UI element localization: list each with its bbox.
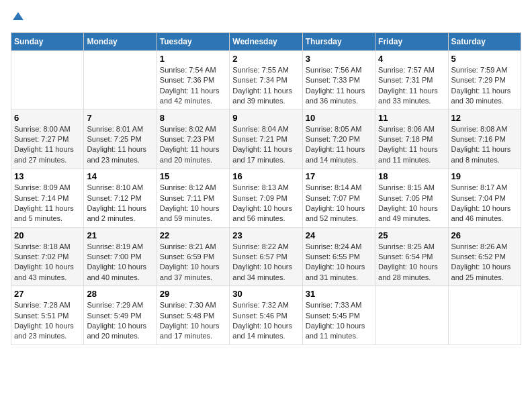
daylight-text: Daylight: 11 hours and 5 minutes.: [14, 204, 74, 222]
day-info: Sunrise: 8:17 AM Sunset: 7:04 PM Dayligh…: [451, 183, 518, 224]
calendar-cell: 10 Sunrise: 8:05 AM Sunset: 7:20 PM Dayl…: [302, 109, 375, 169]
day-number: 4: [378, 54, 445, 64]
daylight-text: Daylight: 10 hours and 14 minutes.: [232, 322, 292, 340]
sunset-text: Sunset: 7:36 PM: [160, 76, 214, 84]
daylight-text: Daylight: 11 hours and 23 minutes.: [87, 145, 146, 163]
sunrise-text: Sunrise: 8:05 AM: [306, 125, 362, 133]
daylight-text: Daylight: 11 hours and 2 minutes.: [87, 204, 146, 222]
day-info: Sunrise: 8:10 AM Sunset: 7:12 PM Dayligh…: [87, 183, 153, 224]
sunset-text: Sunset: 5:48 PM: [160, 312, 214, 320]
sunrise-text: Sunrise: 8:04 AM: [232, 125, 289, 133]
day-info: Sunrise: 8:00 AM Sunset: 7:27 PM Dayligh…: [14, 124, 81, 166]
sunrise-text: Sunrise: 8:21 AM: [160, 242, 216, 250]
calendar-cell: 13 Sunrise: 8:09 AM Sunset: 7:14 PM Dayl…: [11, 169, 84, 228]
sunset-text: Sunset: 7:00 PM: [87, 253, 141, 261]
daylight-text: Daylight: 10 hours and 59 minutes.: [160, 204, 220, 222]
day-number: 17: [306, 171, 372, 181]
day-number: 11: [378, 113, 445, 123]
weekday-header-tuesday: Tuesday: [157, 33, 229, 51]
day-number: 26: [451, 230, 518, 240]
sunrise-text: Sunrise: 8:13 AM: [232, 183, 289, 191]
day-number: 25: [378, 230, 445, 240]
day-info: Sunrise: 7:30 AM Sunset: 5:48 PM Dayligh…: [160, 300, 226, 342]
sunrise-text: Sunrise: 8:19 AM: [87, 242, 143, 250]
day-number: 10: [306, 113, 372, 123]
sunset-text: Sunset: 7:16 PM: [451, 135, 506, 143]
sunrise-text: Sunrise: 7:55 AM: [232, 66, 289, 74]
day-number: 19: [451, 171, 518, 181]
daylight-text: Daylight: 10 hours and 56 minutes.: [232, 204, 292, 222]
calendar-cell: 29 Sunrise: 7:30 AM Sunset: 5:48 PM Dayl…: [157, 286, 229, 345]
day-number: 22: [160, 230, 226, 240]
daylight-text: Daylight: 10 hours and 34 minutes.: [232, 263, 292, 281]
calendar-cell: 14 Sunrise: 8:10 AM Sunset: 7:12 PM Dayl…: [84, 169, 157, 228]
sunrise-text: Sunrise: 8:06 AM: [378, 125, 435, 133]
page-header: [11, 11, 521, 24]
sunset-text: Sunset: 7:27 PM: [14, 135, 69, 143]
sunset-text: Sunset: 6:55 PM: [306, 253, 360, 261]
sunrise-text: Sunrise: 8:26 AM: [451, 242, 508, 250]
calendar-cell: 30 Sunrise: 7:32 AM Sunset: 5:46 PM Dayl…: [230, 286, 302, 345]
sunrise-text: Sunrise: 8:02 AM: [160, 125, 216, 133]
daylight-text: Daylight: 11 hours and 17 minutes.: [232, 145, 292, 163]
calendar-cell: 20 Sunrise: 8:18 AM Sunset: 7:02 PM Dayl…: [11, 227, 84, 286]
day-number: 29: [160, 289, 226, 299]
daylight-text: Daylight: 10 hours and 11 minutes.: [306, 322, 365, 340]
day-info: Sunrise: 8:14 AM Sunset: 7:07 PM Dayligh…: [306, 183, 372, 224]
day-number: 15: [160, 171, 226, 181]
calendar-cell: 5 Sunrise: 7:59 AM Sunset: 7:29 PM Dayli…: [448, 51, 521, 110]
daylight-text: Daylight: 11 hours and 33 minutes.: [378, 87, 438, 105]
calendar-cell: 19 Sunrise: 8:17 AM Sunset: 7:04 PM Dayl…: [448, 169, 521, 228]
calendar-cell: 22 Sunrise: 8:21 AM Sunset: 6:59 PM Dayl…: [157, 227, 229, 286]
sunset-text: Sunset: 6:52 PM: [451, 253, 506, 261]
day-info: Sunrise: 7:33 AM Sunset: 5:45 PM Dayligh…: [306, 300, 372, 342]
day-number: 27: [14, 289, 81, 299]
daylight-text: Daylight: 11 hours and 14 minutes.: [306, 145, 365, 163]
day-info: Sunrise: 8:01 AM Sunset: 7:25 PM Dayligh…: [87, 124, 153, 166]
daylight-text: Daylight: 10 hours and 23 minutes.: [14, 322, 74, 340]
weekday-header-thursday: Thursday: [302, 33, 375, 51]
sunrise-text: Sunrise: 7:54 AM: [160, 66, 216, 74]
day-info: Sunrise: 7:28 AM Sunset: 5:51 PM Dayligh…: [14, 300, 81, 342]
sunrise-text: Sunrise: 7:57 AM: [378, 66, 435, 74]
daylight-text: Daylight: 11 hours and 20 minutes.: [160, 145, 220, 163]
sunrise-text: Sunrise: 8:17 AM: [451, 183, 508, 191]
daylight-text: Daylight: 10 hours and 25 minutes.: [451, 263, 511, 281]
sunset-text: Sunset: 5:51 PM: [14, 312, 69, 320]
calendar-cell: 7 Sunrise: 8:01 AM Sunset: 7:25 PM Dayli…: [84, 109, 157, 169]
sunset-text: Sunset: 6:54 PM: [378, 253, 433, 261]
sunset-text: Sunset: 7:07 PM: [306, 194, 360, 202]
day-number: 8: [160, 113, 226, 123]
calendar-cell: 28 Sunrise: 7:29 AM Sunset: 5:49 PM Dayl…: [84, 286, 157, 345]
day-number: 3: [306, 54, 372, 64]
day-number: 24: [306, 230, 372, 240]
sunset-text: Sunset: 7:33 PM: [306, 76, 360, 84]
sunset-text: Sunset: 6:59 PM: [160, 253, 214, 261]
sunrise-text: Sunrise: 8:08 AM: [451, 125, 508, 133]
sunrise-text: Sunrise: 8:22 AM: [232, 242, 289, 250]
svg-marker-0: [13, 12, 24, 20]
logo-icon: [11, 11, 25, 24]
calendar-cell: [375, 286, 448, 345]
daylight-text: Daylight: 10 hours and 31 minutes.: [306, 263, 365, 281]
sunset-text: Sunset: 7:23 PM: [160, 135, 214, 143]
sunset-text: Sunset: 7:14 PM: [14, 194, 69, 202]
sunrise-text: Sunrise: 8:18 AM: [14, 242, 71, 250]
calendar-cell: 23 Sunrise: 8:22 AM Sunset: 6:57 PM Dayl…: [230, 227, 302, 286]
day-number: 7: [87, 113, 153, 123]
day-number: 5: [451, 54, 518, 64]
day-info: Sunrise: 8:26 AM Sunset: 6:52 PM Dayligh…: [451, 242, 518, 283]
daylight-text: Daylight: 10 hours and 37 minutes.: [160, 263, 220, 281]
day-number: 6: [14, 113, 81, 123]
day-number: 30: [232, 289, 299, 299]
day-info: Sunrise: 8:18 AM Sunset: 7:02 PM Dayligh…: [14, 242, 81, 283]
sunrise-text: Sunrise: 7:33 AM: [306, 301, 362, 309]
sunrise-text: Sunrise: 8:24 AM: [306, 242, 362, 250]
day-number: 2: [232, 54, 299, 64]
daylight-text: Daylight: 10 hours and 52 minutes.: [306, 204, 365, 222]
sunrise-text: Sunrise: 8:01 AM: [87, 125, 143, 133]
sunset-text: Sunset: 5:49 PM: [87, 312, 141, 320]
day-info: Sunrise: 7:56 AM Sunset: 7:33 PM Dayligh…: [306, 65, 372, 107]
sunset-text: Sunset: 7:04 PM: [451, 194, 506, 202]
day-info: Sunrise: 8:19 AM Sunset: 7:00 PM Dayligh…: [87, 242, 153, 283]
